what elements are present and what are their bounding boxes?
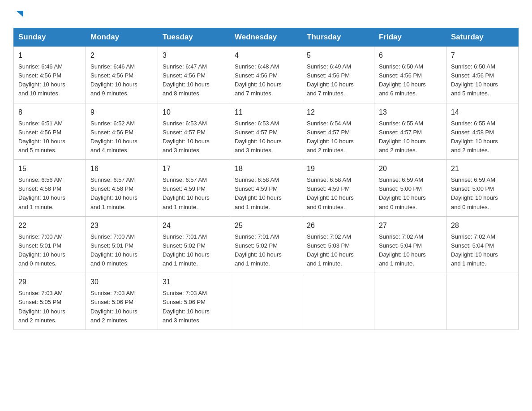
calendar-cell: 9 Sunrise: 6:52 AMSunset: 4:56 PMDayligh… [86,103,158,160]
day-info: Sunrise: 6:51 AMSunset: 4:56 PMDaylight:… [18,120,65,154]
calendar-cell: 24 Sunrise: 7:01 AMSunset: 5:02 PMDaylig… [158,216,230,273]
day-number: 28 [451,220,514,231]
calendar-cell: 21 Sunrise: 6:59 AMSunset: 5:00 PMDaylig… [446,160,519,217]
calendar-cell: 10 Sunrise: 6:53 AMSunset: 4:57 PMDaylig… [158,103,230,160]
day-info: Sunrise: 6:49 AMSunset: 4:56 PMDaylight:… [307,63,354,97]
calendar-cell: 12 Sunrise: 6:54 AMSunset: 4:57 PMDaylig… [302,103,374,160]
calendar-cell: 26 Sunrise: 7:02 AMSunset: 5:03 PMDaylig… [302,216,374,273]
calendar-cell: 14 Sunrise: 6:55 AMSunset: 4:58 PMDaylig… [446,103,519,160]
weekday-header-monday: Monday [86,28,158,47]
day-info: Sunrise: 6:53 AMSunset: 4:57 PMDaylight:… [163,120,210,154]
day-number: 16 [90,163,153,174]
day-number: 18 [235,163,297,174]
calendar-cell: 30 Sunrise: 7:03 AMSunset: 5:06 PMDaylig… [86,273,158,330]
calendar-week-1: 1 Sunrise: 6:46 AMSunset: 4:56 PMDayligh… [14,47,519,103]
day-info: Sunrise: 6:55 AMSunset: 4:58 PMDaylight:… [451,120,498,154]
day-number: 9 [90,107,153,118]
day-info: Sunrise: 7:02 AMSunset: 5:04 PMDaylight:… [451,233,498,267]
calendar-cell: 15 Sunrise: 6:56 AMSunset: 4:58 PMDaylig… [14,160,86,217]
day-number: 29 [18,277,81,287]
calendar-cell: 23 Sunrise: 7:00 AMSunset: 5:01 PMDaylig… [86,216,158,273]
calendar-cell [302,273,374,330]
calendar-cell: 4 Sunrise: 6:48 AMSunset: 4:56 PMDayligh… [230,47,302,103]
calendar-cell: 3 Sunrise: 6:47 AMSunset: 4:56 PMDayligh… [158,47,230,103]
calendar-cell: 19 Sunrise: 6:58 AMSunset: 4:59 PMDaylig… [302,160,374,217]
logo-triangle-icon [14,9,24,19]
logo [13,11,24,19]
day-info: Sunrise: 6:46 AMSunset: 4:56 PMDaylight:… [18,63,65,97]
day-number: 7 [451,50,514,61]
weekday-header-friday: Friday [374,28,446,47]
day-info: Sunrise: 7:02 AMSunset: 5:04 PMDaylight:… [379,233,426,267]
calendar-cell: 13 Sunrise: 6:55 AMSunset: 4:57 PMDaylig… [374,103,446,160]
day-number: 31 [163,277,225,287]
day-info: Sunrise: 6:59 AMSunset: 5:00 PMDaylight:… [451,176,498,210]
day-number: 12 [307,107,369,118]
calendar-cell: 8 Sunrise: 6:51 AMSunset: 4:56 PMDayligh… [14,103,86,160]
calendar-cell: 11 Sunrise: 6:53 AMSunset: 4:57 PMDaylig… [230,103,302,160]
calendar-cell: 25 Sunrise: 7:01 AMSunset: 5:02 PMDaylig… [230,216,302,273]
day-number: 26 [307,220,369,231]
day-number: 22 [18,220,81,231]
day-number: 13 [379,107,442,118]
day-info: Sunrise: 6:52 AMSunset: 4:56 PMDaylight:… [90,120,137,154]
day-info: Sunrise: 7:03 AMSunset: 5:06 PMDaylight:… [90,290,137,323]
day-info: Sunrise: 6:56 AMSunset: 4:58 PMDaylight:… [18,176,65,210]
weekday-header-thursday: Thursday [302,28,374,47]
day-info: Sunrise: 6:48 AMSunset: 4:56 PMDaylight:… [235,63,282,97]
day-info: Sunrise: 7:00 AMSunset: 5:01 PMDaylight:… [18,233,65,267]
day-number: 1 [18,50,81,61]
day-number: 4 [235,50,297,61]
day-number: 8 [18,107,81,118]
day-info: Sunrise: 6:57 AMSunset: 4:58 PMDaylight:… [90,176,137,210]
day-info: Sunrise: 6:54 AMSunset: 4:57 PMDaylight:… [307,120,354,154]
weekday-header-tuesday: Tuesday [158,28,230,47]
day-number: 3 [163,50,225,61]
calendar-cell: 5 Sunrise: 6:49 AMSunset: 4:56 PMDayligh… [302,47,374,103]
weekday-header-sunday: Sunday [14,28,86,47]
day-number: 17 [163,163,225,174]
calendar-cell [446,273,519,330]
calendar-cell: 22 Sunrise: 7:00 AMSunset: 5:01 PMDaylig… [14,216,86,273]
day-number: 15 [18,163,81,174]
calendar-cell: 20 Sunrise: 6:59 AMSunset: 5:00 PMDaylig… [374,160,446,217]
calendar-week-2: 8 Sunrise: 6:51 AMSunset: 4:56 PMDayligh… [14,103,519,160]
day-info: Sunrise: 7:02 AMSunset: 5:03 PMDaylight:… [307,233,354,267]
day-info: Sunrise: 7:01 AMSunset: 5:02 PMDaylight:… [163,233,210,267]
day-number: 19 [307,163,369,174]
day-number: 23 [90,220,153,231]
calendar-week-5: 29 Sunrise: 7:03 AMSunset: 5:05 PMDaylig… [14,273,519,330]
day-number: 5 [307,50,369,61]
calendar-cell: 17 Sunrise: 6:57 AMSunset: 4:59 PMDaylig… [158,160,230,217]
day-number: 27 [379,220,442,231]
day-info: Sunrise: 7:01 AMSunset: 5:02 PMDaylight:… [235,233,282,267]
day-info: Sunrise: 7:03 AMSunset: 5:05 PMDaylight:… [18,290,65,323]
weekday-header-saturday: Saturday [446,28,519,47]
day-info: Sunrise: 6:46 AMSunset: 4:56 PMDaylight:… [90,63,137,97]
calendar-cell: 31 Sunrise: 7:03 AMSunset: 5:06 PMDaylig… [158,273,230,330]
weekday-header-wednesday: Wednesday [230,28,302,47]
calendar-header-row: SundayMondayTuesdayWednesdayThursdayFrid… [14,28,519,47]
day-info: Sunrise: 6:53 AMSunset: 4:57 PMDaylight:… [235,120,282,154]
day-number: 21 [451,163,514,174]
calendar-cell: 6 Sunrise: 6:50 AMSunset: 4:56 PMDayligh… [374,47,446,103]
day-number: 10 [163,107,225,118]
calendar-table: SundayMondayTuesdayWednesdayThursdayFrid… [13,28,519,330]
day-info: Sunrise: 6:59 AMSunset: 5:00 PMDaylight:… [379,176,426,210]
day-info: Sunrise: 6:55 AMSunset: 4:57 PMDaylight:… [379,120,426,154]
day-number: 14 [451,107,514,118]
calendar-week-3: 15 Sunrise: 6:56 AMSunset: 4:58 PMDaylig… [14,160,519,217]
day-info: Sunrise: 6:50 AMSunset: 4:56 PMDaylight:… [379,63,426,97]
calendar-cell [230,273,302,330]
day-info: Sunrise: 7:00 AMSunset: 5:01 PMDaylight:… [90,233,137,267]
calendar-cell: 29 Sunrise: 7:03 AMSunset: 5:05 PMDaylig… [14,273,86,330]
calendar-cell: 1 Sunrise: 6:46 AMSunset: 4:56 PMDayligh… [14,47,86,103]
day-info: Sunrise: 7:03 AMSunset: 5:06 PMDaylight:… [163,290,210,323]
calendar-cell: 28 Sunrise: 7:02 AMSunset: 5:04 PMDaylig… [446,216,519,273]
calendar-cell [374,273,446,330]
calendar-cell: 7 Sunrise: 6:50 AMSunset: 4:56 PMDayligh… [446,47,519,103]
calendar-cell: 16 Sunrise: 6:57 AMSunset: 4:58 PMDaylig… [86,160,158,217]
day-info: Sunrise: 6:58 AMSunset: 4:59 PMDaylight:… [235,176,282,210]
svg-marker-0 [16,11,23,17]
page-header [13,11,519,19]
